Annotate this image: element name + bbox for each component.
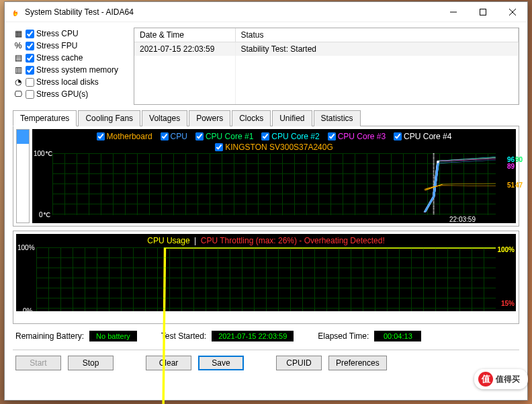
event-log[interactable]: Date & Time Status 2021-07-15 22:03:59St… [134,28,519,105]
stress-icon: ▦ [13,28,24,39]
stress-option-2[interactable]: ▤Stress cache [13,52,127,64]
window-title: System Stability Test - AIDA64 [25,7,439,17]
legend-item[interactable]: CPU Core #3 [328,132,386,141]
legend-checkbox[interactable] [328,132,336,140]
watermark-logo-icon: 值 [478,372,493,387]
stress-option-0[interactable]: ▦Stress CPU [13,28,127,40]
stress-icon: ◔ [13,77,24,87]
stress-label: Stress CPU [36,29,79,38]
watermark-text: 值得买 [496,374,520,385]
cpu-usage-label: CPU Usage [147,236,189,245]
readout-value: 47 [515,181,523,189]
legend-checkbox[interactable] [261,132,269,140]
stress-option-1[interactable]: %Stress FPU [13,40,127,52]
stress-label: Stress GPU(s) [36,89,88,99]
usage-chart: CPU Usage | CPU Throttling (max: 26%) - … [16,234,516,311]
log-header-datetime[interactable]: Date & Time [134,28,235,42]
tab-voltages[interactable]: Voltages [142,110,187,126]
legend-checkbox[interactable] [394,132,402,140]
legend-item[interactable]: CPU Core #4 [394,132,451,141]
log-cell-status: Stability Test: Started [235,42,519,56]
legend-checkbox[interactable] [195,132,204,140]
legend-item[interactable]: Motherboard [97,132,152,141]
usage-chart-panel: CPU Usage | CPU Throttling (max: 26%) - … [13,231,519,324]
legend-item[interactable]: KINGSTON SV300S37A240G [215,143,333,152]
readout-value: 15% [501,300,515,307]
readout-value: 90 [515,156,523,163]
tab-powers[interactable]: Powers [189,110,230,126]
time-marker: 22:03:59 [449,216,476,223]
temp-legend: MotherboardCPUCPU Core #1CPU Core #2CPU … [32,129,516,143]
readout-value: 51 [507,181,515,189]
tab-statistics[interactable]: Statistics [314,110,361,126]
legend-checkbox[interactable] [215,143,223,151]
y-axis-top: 100℃ [34,150,52,157]
log-header-status[interactable]: Status [235,28,519,42]
titlebar[interactable]: System Stability Test - AIDA64 [5,2,527,22]
legend-label: KINGSTON SV300S37A240G [225,143,333,152]
legend-item[interactable]: CPU Core #2 [261,132,319,141]
sensor-selector[interactable] [16,129,30,223]
stress-options: ▦Stress CPU%Stress FPU▤Stress cache▥Stre… [13,28,127,105]
minimize-button[interactable] [439,2,468,22]
temperature-chart-panel: MotherboardCPUCPU Core #1CPU Core #2CPU … [13,126,519,227]
stress-checkbox[interactable] [26,78,34,87]
legend-label: CPU Core #2 [271,132,319,141]
tab-bar: TemperaturesCooling FansVoltagesPowersCl… [13,110,519,126]
log-row[interactable]: 2021-07-15 22:03:59Stability Test: Start… [134,42,519,56]
cpu-throttling-label: CPU Throttling (max: 26%) - Overheating … [201,236,385,245]
stress-icon: ▤ [13,52,24,63]
readout-value: 89 [507,163,515,170]
temp-plot [52,153,496,215]
stress-icon: 🖵 [13,89,24,99]
stress-option-5[interactable]: 🖵Stress GPU(s) [13,88,127,100]
stress-label: Stress system memory [36,65,118,75]
legend-label: CPU Core #4 [404,132,451,141]
stress-label: Stress local disks [36,77,99,87]
maximize-button[interactable] [468,2,498,22]
legend-checkbox[interactable] [97,132,105,140]
stress-icon: ▥ [13,65,24,75]
legend-label: Motherboard [107,132,152,141]
stress-checkbox[interactable] [26,30,34,38]
app-icon [10,7,21,17]
stress-checkbox[interactable] [26,66,34,75]
stress-option-3[interactable]: ▥Stress system memory [13,64,127,76]
stress-icon: % [13,40,24,51]
close-button[interactable] [498,2,527,22]
svg-rect-1 [480,9,486,15]
tab-cooling-fans[interactable]: Cooling Fans [78,110,140,126]
stress-label: Stress cache [36,53,83,63]
watermark: 值 值得买 [474,369,528,389]
readout-value: 100% [497,246,515,253]
legend-checkbox[interactable] [161,132,169,140]
y2-top: 100% [17,244,35,251]
tab-temperatures[interactable]: Temperatures [13,110,77,126]
tab-unified[interactable]: Unified [272,110,312,126]
stress-checkbox[interactable] [26,54,34,63]
y-axis-bottom: 0℃ [39,211,50,218]
legend-label: CPU Core #1 [206,132,253,141]
legend-item[interactable]: CPU Core #1 [195,132,253,141]
temperature-chart: MotherboardCPUCPU Core #1CPU Core #2CPU … [32,129,516,223]
tab-clocks[interactable]: Clocks [232,110,271,126]
stress-checkbox[interactable] [26,90,34,99]
legend-label: CPU [171,132,187,141]
y2-bottom: 0% [23,307,32,315]
legend-label: CPU Core #3 [338,132,386,141]
legend-item[interactable]: CPU [161,132,187,141]
app-window: System Stability Test - AIDA64 ▦Stress C… [4,1,528,401]
stress-option-4[interactable]: ◔Stress local disks [13,76,127,88]
log-cell-datetime: 2021-07-15 22:03:59 [134,42,235,56]
stress-label: Stress FPU [36,41,77,50]
stress-checkbox[interactable] [26,42,34,50]
temp-legend-row2: KINGSTON SV300S37A240G [32,143,516,153]
